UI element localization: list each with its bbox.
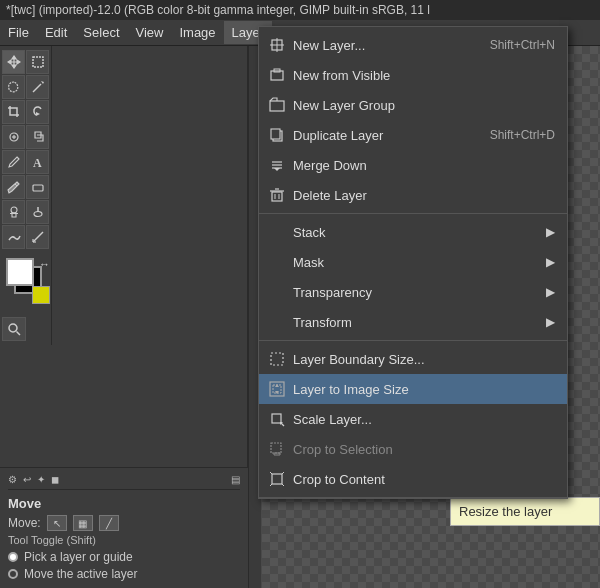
menu-crop-content[interactable]: Crop to Content <box>259 464 567 494</box>
panel-tab-patterns[interactable]: ◼ <box>51 474 59 485</box>
toolbar: A <box>0 46 52 345</box>
panel-tab-brushes[interactable]: ✦ <box>37 474 45 485</box>
select-rect-tool[interactable] <box>26 50 49 74</box>
radio-pick-layer[interactable] <box>8 552 18 562</box>
panel-tab-row: ⚙ ↩ ✦ ◼ ▤ <box>8 474 240 490</box>
mask-icon <box>267 252 287 272</box>
smudge-tool[interactable] <box>2 225 25 249</box>
menu-image[interactable]: Image <box>171 21 223 44</box>
menu-select[interactable]: Select <box>75 21 127 44</box>
svg-text:A: A <box>33 156 42 169</box>
option-move-active-row: Move the active layer <box>8 567 240 581</box>
panel-tab-tool-options[interactable]: ⚙ <box>8 474 17 485</box>
radio-move-active[interactable] <box>8 569 18 579</box>
svg-line-45 <box>270 472 272 474</box>
measure-tool[interactable] <box>26 225 49 249</box>
svg-rect-30 <box>272 192 282 201</box>
menu-transparency[interactable]: Transparency ▶ <box>259 277 567 307</box>
heal-tool[interactable] <box>2 125 25 149</box>
menu-new-visible[interactable]: New from Visible <box>259 60 567 90</box>
accent-color-swatch[interactable] <box>32 286 50 304</box>
mask-arrow: ▶ <box>546 255 555 269</box>
menu-file[interactable]: File <box>0 21 37 44</box>
menu-new-group[interactable]: New Layer Group <box>259 90 567 120</box>
svg-rect-43 <box>271 443 281 453</box>
crop-content-label: Crop to Content <box>293 472 555 487</box>
wand-tool[interactable] <box>26 75 49 99</box>
tool-row-8 <box>2 225 49 249</box>
menu-stack[interactable]: Stack ▶ <box>259 217 567 247</box>
stamp-tool[interactable] <box>2 200 25 224</box>
menu-transform[interactable]: Transform ▶ <box>259 307 567 337</box>
menu-new-layer[interactable]: New Layer... Shift+Ctrl+N <box>259 30 567 60</box>
duplicate-icon <box>267 125 287 145</box>
move-tool[interactable] <box>2 50 25 74</box>
main-layout: A <box>0 46 600 588</box>
option-pick-layer-label: Pick a layer or guide <box>24 550 133 564</box>
move-icon-grid[interactable]: ▦ <box>73 515 93 531</box>
svg-rect-23 <box>270 101 284 111</box>
clone-tool[interactable] <box>26 125 49 149</box>
crop-tool[interactable] <box>2 100 25 124</box>
crop-content-icon <box>267 469 287 489</box>
menu-crop-selection: Crop to Selection <box>259 434 567 464</box>
svg-rect-9 <box>33 185 43 191</box>
left-panel: A <box>0 46 248 588</box>
dodge-tool[interactable] <box>26 200 49 224</box>
menu-mask[interactable]: Mask ▶ <box>259 247 567 277</box>
transparency-arrow: ▶ <box>546 285 555 299</box>
move-label-row: Move: ↖ ▦ ╱ <box>8 515 240 531</box>
menu-layer-boundary[interactable]: Layer Boundary Size... <box>259 344 567 374</box>
title-bar: *[twc] (imported)-12.0 (RGB color 8-bit … <box>0 0 600 20</box>
svg-rect-25 <box>271 129 280 139</box>
brush-tool[interactable] <box>2 175 25 199</box>
foreground-color-swatch[interactable] <box>6 258 34 286</box>
tool-toggle-label: Tool Toggle (Shift) <box>8 534 240 546</box>
eraser-tool[interactable] <box>26 175 49 199</box>
stack-label: Stack <box>293 225 542 240</box>
svg-rect-0 <box>33 57 43 67</box>
menu-section-3: Layer Boundary Size... Layer to Image Si… <box>259 341 567 498</box>
to-image-icon <box>267 379 287 399</box>
menu-view[interactable]: View <box>128 21 172 44</box>
boundary-icon <box>267 349 287 369</box>
tool-row-1 <box>2 50 49 74</box>
option-move-active-label: Move the active layer <box>24 567 137 581</box>
title-text: *[twc] (imported)-12.0 (RGB color 8-bit … <box>6 3 430 17</box>
merge-icon <box>267 155 287 175</box>
text-tool[interactable]: A <box>26 150 49 174</box>
crop-sel-icon <box>267 439 287 459</box>
svg-marker-29 <box>274 168 280 171</box>
layer-dropdown-menu: New Layer... Shift+Ctrl+N New from Visib… <box>258 26 568 499</box>
tool-row-2 <box>2 75 49 99</box>
new-layer-shortcut: Shift+Ctrl+N <box>490 38 555 52</box>
menu-delete-layer[interactable]: Delete Layer <box>259 180 567 210</box>
scale-label: Scale Layer... <box>293 412 555 427</box>
svg-line-48 <box>282 484 284 486</box>
menu-merge-down[interactable]: Merge Down <box>259 150 567 180</box>
menu-section-2: Stack ▶ Mask ▶ Transparency ▶ Transform … <box>259 214 567 341</box>
pen-tool[interactable] <box>2 150 25 174</box>
svg-point-11 <box>34 212 42 217</box>
panel-collapse-icon[interactable]: ▤ <box>231 474 240 485</box>
rotate-tool[interactable] <box>26 100 49 124</box>
lasso-tool[interactable] <box>2 75 25 99</box>
swap-colors-icon[interactable]: ↔ <box>39 258 50 270</box>
new-group-icon <box>267 95 287 115</box>
to-image-label: Layer to Image Size <box>293 382 555 397</box>
scale-icon <box>267 409 287 429</box>
menu-duplicate-layer[interactable]: Duplicate Layer Shift+Ctrl+D <box>259 120 567 150</box>
move-sublabel: Move: <box>8 516 41 530</box>
crop-sel-label: Crop to Selection <box>293 442 555 457</box>
tool-options-panel: ⚙ ↩ ✦ ◼ ▤ Move Move: ↖ ▦ ╱ Tool Toggle (… <box>0 467 248 588</box>
zoom-tool[interactable] <box>2 317 26 341</box>
menu-layer-to-image[interactable]: Layer to Image Size <box>259 374 567 404</box>
duplicate-label: Duplicate Layer <box>293 128 482 143</box>
move-icon-path[interactable]: ╱ <box>99 515 119 531</box>
move-icon-arrow[interactable]: ↖ <box>47 515 67 531</box>
panel-tab-history[interactable]: ↩ <box>23 474 31 485</box>
tool-row-5: A <box>2 150 49 174</box>
menu-scale-layer[interactable]: Scale Layer... <box>259 404 567 434</box>
delete-layer-label: Delete Layer <box>293 188 555 203</box>
menu-edit[interactable]: Edit <box>37 21 75 44</box>
